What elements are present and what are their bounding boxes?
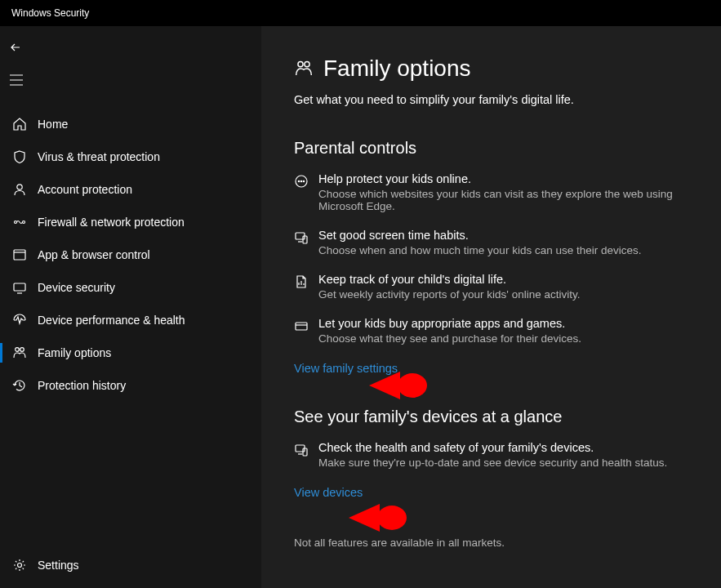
svg-rect-4: [14, 283, 25, 291]
page-subtitle: Get what you need to simplify your famil…: [294, 93, 688, 106]
app-browser-icon: [11, 247, 28, 263]
annotation-arrow-2: [347, 497, 412, 538]
gear-icon: [11, 557, 28, 573]
sidebar-item-label: Virus & threat protection: [38, 150, 160, 163]
main-content: Family options Get what you need to simp…: [261, 26, 721, 588]
family-icon: [294, 59, 314, 78]
history-icon: [11, 377, 28, 394]
feature-desc: Choose when and how much time your kids …: [318, 244, 688, 256]
feature-heading: Check the health and safety of your fami…: [318, 441, 688, 454]
svg-point-12: [300, 180, 301, 181]
feature-desc: Make sure they're up-to-date and see dev…: [318, 457, 688, 469]
feature-purchase: Let your kids buy appropriate apps and g…: [294, 317, 688, 345]
device-health-icon: [294, 443, 310, 469]
sidebar-item-label: Family options: [38, 346, 111, 359]
sidebar-item-label: Account protection: [38, 183, 132, 196]
svg-point-0: [17, 185, 22, 189]
family-icon: [11, 345, 28, 361]
performance-icon: [11, 312, 28, 328]
svg-point-21: [377, 506, 407, 530]
svg-point-11: [298, 180, 299, 181]
svg-point-1: [15, 221, 17, 224]
sidebar-item-app-browser[interactable]: App & browser control: [0, 238, 261, 271]
svg-point-7: [18, 564, 22, 568]
svg-point-6: [20, 348, 24, 352]
sidebar-item-home[interactable]: Home: [0, 108, 261, 140]
svg-point-5: [16, 348, 20, 352]
feature-desc: Choose what they see and purchase for th…: [318, 332, 688, 345]
feature-screen-time: Set good screen time habits. Choose when…: [294, 229, 688, 256]
sidebar-item-label: App & browser control: [38, 248, 150, 261]
view-devices-link[interactable]: View devices: [294, 486, 363, 499]
sidebar-item-virus[interactable]: Virus & threat protection: [0, 140, 261, 173]
sidebar-item-label: Device performance & health: [38, 314, 185, 327]
sidebar-item-family[interactable]: Family options: [0, 336, 261, 369]
feature-desc: Choose which websites your kids can visi…: [318, 188, 688, 212]
sidebar-item-label: Device security: [38, 281, 115, 294]
sidebar-item-label: Firewall & network protection: [38, 216, 185, 229]
svg-point-2: [23, 221, 25, 224]
sidebar: Home Virus & threat protection Account p…: [0, 26, 261, 588]
feature-desc: Get weekly activity reports of your kids…: [318, 288, 688, 301]
page-title: Family options: [323, 56, 471, 82]
feature-device-health: Check the health and safety of your fami…: [294, 441, 688, 469]
feature-heading: Let your kids buy appropriate apps and g…: [318, 317, 688, 330]
back-button[interactable]: [0, 31, 33, 64]
sidebar-item-settings[interactable]: Settings: [0, 549, 261, 581]
back-arrow-icon: [10, 41, 23, 54]
sidebar-item-account[interactable]: Account protection: [0, 173, 261, 206]
feature-heading: Keep track of your child's digital life.: [318, 273, 688, 286]
svg-rect-16: [296, 323, 307, 330]
shield-icon: [11, 149, 28, 165]
feature-heading: Set good screen time habits.: [318, 229, 688, 242]
feature-activity: Keep track of your child's digital life.…: [294, 273, 688, 301]
svg-point-8: [298, 62, 303, 67]
footnote: Not all features are available in all ma…: [294, 537, 688, 549]
firewall-icon: [11, 214, 28, 230]
sidebar-item-firewall[interactable]: Firewall & network protection: [0, 206, 261, 238]
hamburger-icon: [10, 74, 23, 86]
sidebar-item-history[interactable]: Protection history: [0, 369, 261, 402]
svg-rect-3: [14, 250, 25, 260]
account-icon: [11, 181, 28, 198]
feature-heading: Help protect your kids online.: [318, 172, 688, 185]
sidebar-item-label: Home: [38, 118, 68, 131]
activity-report-icon: [294, 274, 310, 301]
sidebar-item-device-security[interactable]: Device security: [0, 271, 261, 304]
sidebar-item-label: Settings: [38, 559, 79, 572]
svg-marker-22: [349, 504, 380, 532]
screen-time-icon: [294, 230, 310, 256]
window-title: Windows Security: [11, 7, 89, 19]
section-title-devices: See your family's devices at a glance: [294, 408, 688, 426]
feature-web-protect: Help protect your kids online. Choose wh…: [294, 172, 688, 212]
view-family-settings-link[interactable]: View family settings: [294, 362, 398, 375]
hamburger-button[interactable]: [0, 64, 33, 96]
svg-point-9: [305, 62, 309, 67]
sidebar-item-label: Protection history: [38, 379, 126, 392]
purchase-icon: [294, 318, 310, 345]
sidebar-item-performance[interactable]: Device performance & health: [0, 304, 261, 336]
device-security-icon: [11, 279, 28, 296]
svg-point-13: [303, 180, 304, 181]
svg-point-19: [398, 373, 427, 398]
web-protect-icon: [294, 174, 310, 212]
titlebar: Windows Security: [0, 0, 721, 26]
home-icon: [11, 116, 28, 132]
section-title-parental: Parental controls: [294, 139, 688, 158]
svg-marker-20: [369, 372, 400, 399]
